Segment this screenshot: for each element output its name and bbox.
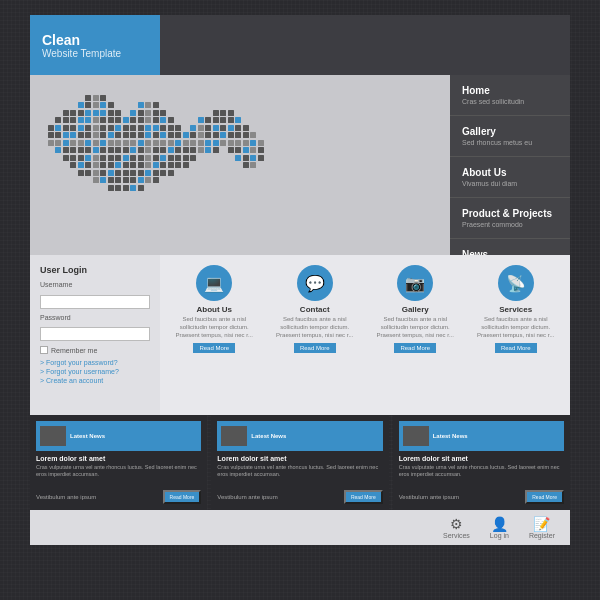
content-area: User Login Username Password Remember me… [30,255,570,415]
news-footer-2: Vestibulum ante ipsum Read More [399,490,564,504]
nav-item-gallery[interactable]: Gallery Sed rhoncus metus eu [450,116,570,157]
footer-item-log-in[interactable]: 👤 Log in [490,516,509,539]
remember-me-row: Remember me [40,346,150,354]
footer-icon-1: 👤 [491,516,508,532]
nav-item-product-&-projects[interactable]: Product & Projects Praesent commodo [450,198,570,239]
news-card-img-1 [221,426,247,446]
hero-section: Home Cras sed sollicitudin Gallery Sed r… [30,75,570,255]
login-title: User Login [40,265,150,275]
header-brand: Clean Website Template [30,15,160,75]
footer-label-1: Log in [490,532,509,539]
service-item-gallery: 📷 Gallery Sed faucibus ante a nisl solli… [373,265,458,353]
service-item-services: 📡 Services Sed faucibus ante a nisl soll… [473,265,558,353]
service-item-about-us: 💻 About Us Sed faucibus ante a nisl soll… [172,265,257,353]
remember-checkbox[interactable] [40,346,48,354]
service-icon-2: 📷 [397,265,433,301]
service-name-1: Contact [300,305,330,314]
login-panel: User Login Username Password Remember me… [30,255,160,415]
template-container: Clean Website Template Home Cras sed sol… [30,15,570,585]
news-card-2: Latest News Lorem dolor sit amet Cras vu… [393,415,570,510]
service-name-0: About Us [196,305,232,314]
service-desc-2: Sed faucibus ante a nisl sollicitudin te… [373,316,458,339]
news-badge-2: Latest News [433,433,468,439]
password-input[interactable] [40,327,150,341]
world-map [30,75,450,255]
header: Clean Website Template [30,15,570,75]
footer-label-2: Register [529,532,555,539]
password-label: Password [40,314,150,321]
news-badge-1: Latest News [251,433,286,439]
news-title-2: Lorem dolor sit amet [399,455,564,462]
news-card-img-2 [403,426,429,446]
site-subtitle: Website Template [42,48,148,59]
nav-item-about-us[interactable]: About Us Vivamus dui diam [450,157,570,198]
footer-icon-2: 📝 [533,516,550,532]
services-panel: 💻 About Us Sed faucibus ante a nisl soll… [160,255,570,415]
hero-map [30,75,450,255]
remember-label: Remember me [51,347,97,354]
news-card-inner-0: Latest News Lorem dolor sit amet Cras vu… [30,415,207,510]
news-btn-2[interactable]: Read More [525,490,564,504]
forgot-password-link[interactable]: > Forgot your password? [40,359,150,366]
news-row: Latest News Lorem dolor sit amet Cras vu… [30,415,570,510]
nav-item-home[interactable]: Home Cras sed sollicitudin [450,75,570,116]
nav-label: About Us [462,167,558,178]
create-account-link[interactable]: > Create an account [40,377,150,384]
service-icon-0: 💻 [196,265,232,301]
service-name-3: Services [499,305,532,314]
read-more-btn-3[interactable]: Read More [495,343,537,353]
service-icon-3: 📡 [498,265,534,301]
news-link-2[interactable]: Vestibulum ante ipsum [399,494,459,500]
service-desc-0: Sed faucibus ante a nisl sollicitudin te… [172,316,257,339]
news-card-1: Latest News Lorem dolor sit amet Cras vu… [211,415,388,510]
read-more-btn-1[interactable]: Read More [294,343,336,353]
news-text-0: Cras vulputate urna vel ante rhoncus luc… [36,464,201,487]
news-link-0[interactable]: Vestibulum ante ipsum [36,494,96,500]
services-row: 💻 About Us Sed faucibus ante a nisl soll… [168,265,562,353]
service-icon-1: 💬 [297,265,333,301]
nav-sub: Cras sed sollicitudin [462,98,558,105]
service-desc-1: Sed faucibus ante a nisl sollicitudin te… [272,316,357,339]
news-card-header-0: Latest News [36,421,201,451]
footer-item-register[interactable]: 📝 Register [529,516,555,539]
service-item-contact: 💬 Contact Sed faucibus ante a nisl solli… [272,265,357,353]
username-input[interactable] [40,295,150,309]
news-footer-0: Vestibulum ante ipsum Read More [36,490,201,504]
news-btn-1[interactable]: Read More [344,490,383,504]
news-card-header-1: Latest News [217,421,382,451]
news-link-1[interactable]: Vestibulum ante ipsum [217,494,277,500]
login-links: > Forgot your password? > Forgot your us… [40,359,150,384]
footer-label-0: Services [443,532,470,539]
main-navigation: Home Cras sed sollicitudin Gallery Sed r… [450,75,570,255]
news-card-0: Latest News Lorem dolor sit amet Cras vu… [30,415,207,510]
news-btn-0[interactable]: Read More [163,490,202,504]
news-text-1: Cras vulputate urna vel ante rhoncus luc… [217,464,382,487]
header-dark-area [160,15,570,75]
nav-sub: Vivamus dui diam [462,180,558,187]
service-desc-3: Sed faucibus ante a nisl sollicitudin te… [473,316,558,339]
site-title: Clean [42,32,148,48]
nav-sub: Praesent commodo [462,221,558,228]
read-more-btn-0[interactable]: Read More [193,343,235,353]
service-name-2: Gallery [402,305,429,314]
forgot-username-link[interactable]: > Forgot your username? [40,368,150,375]
news-text-2: Cras vulputate urna vel ante rhoncus luc… [399,464,564,487]
news-footer-1: Vestibulum ante ipsum Read More [217,490,382,504]
news-card-inner-2: Latest News Lorem dolor sit amet Cras vu… [393,415,570,510]
username-label: Username [40,281,150,288]
news-card-inner-1: Latest News Lorem dolor sit amet Cras vu… [211,415,388,510]
news-card-header-2: Latest News [399,421,564,451]
news-card-img-0 [40,426,66,446]
nav-label: Product & Projects [462,208,558,219]
read-more-btn-2[interactable]: Read More [394,343,436,353]
nav-label: Gallery [462,126,558,137]
news-badge-0: Latest News [70,433,105,439]
footer-icon-0: ⚙ [450,516,463,532]
news-title-1: Lorem dolor sit amet [217,455,382,462]
footer-item-services[interactable]: ⚙ Services [443,516,470,539]
nav-sub: Sed rhoncus metus eu [462,139,558,146]
nav-label: Home [462,85,558,96]
footer-bar: ⚙ Services 👤 Log in 📝 Register [30,510,570,545]
news-title-0: Lorem dolor sit amet [36,455,201,462]
